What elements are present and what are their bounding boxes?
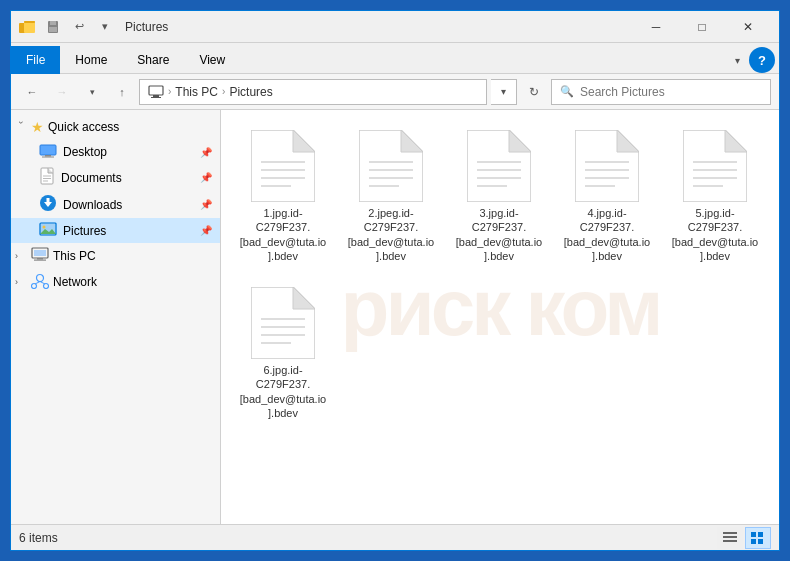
svg-rect-4 [50,21,56,25]
downloads-pin-icon: 📌 [200,199,212,210]
address-chevron-2: › [222,86,225,97]
svg-marker-45 [509,130,531,152]
documents-icon [39,167,55,188]
file-item[interactable]: 6.jpg.id-C279F237.[bad_dev@tuta.io].bdev [233,279,333,428]
sidebar-section-network[interactable]: › Network [11,269,220,295]
svg-rect-73 [751,539,756,544]
svg-rect-26 [34,260,46,261]
svg-point-27 [37,274,44,281]
close-btn[interactable]: ✕ [725,11,771,43]
window-controls: ─ □ ✕ [633,11,771,43]
svg-marker-51 [617,130,639,152]
file-name: 2.jpeg.id-C279F237.[bad_dev@tuta.io].bde… [347,206,435,263]
sidebar-item-downloads[interactable]: Downloads 📌 [11,191,220,218]
maximize-btn[interactable]: □ [679,11,725,43]
refresh-btn[interactable]: ↻ [521,79,547,105]
back-btn[interactable]: ← [19,79,45,105]
file-item[interactable]: 5.jpg.id-C279F237.[bad_dev@tuta.io].bdev [665,122,765,271]
svg-rect-19 [47,198,50,203]
up-btn[interactable]: ↑ [109,79,135,105]
file-icon [575,130,639,202]
search-icon: 🔍 [560,85,574,98]
svg-rect-70 [723,540,737,542]
sidebar-item-pictures[interactable]: Pictures 📌 [11,218,220,243]
svg-rect-68 [723,532,737,534]
help-btn[interactable]: ? [749,47,775,73]
forward-btn[interactable]: → [49,79,75,105]
file-item[interactable]: 2.jpeg.id-C279F237.[bad_dev@tuta.io].bde… [341,122,441,271]
title-bar: ↩ ▾ Pictures ─ □ ✕ [11,11,779,43]
main-area: › ★ Quick access Desktop 📌 Documents 📌 [11,110,779,524]
downloads-label: Downloads [63,198,122,212]
sidebar: › ★ Quick access Desktop 📌 Documents 📌 [11,110,221,524]
file-icon [467,130,531,202]
desktop-label: Desktop [63,145,107,159]
svg-rect-2 [24,21,35,23]
ribbon-toggle-btn[interactable]: ▾ [725,48,749,72]
svg-marker-63 [293,287,315,309]
svg-line-30 [35,281,40,284]
address-chevron-1: › [168,86,171,97]
tab-share[interactable]: Share [122,46,184,74]
svg-marker-33 [293,130,315,152]
desktop-icon [39,144,57,161]
search-box[interactable]: 🔍 [551,79,771,105]
svg-rect-69 [723,536,737,538]
large-icons-view-btn[interactable] [745,527,771,549]
file-icon [251,130,315,202]
svg-marker-62 [251,287,315,359]
file-name: 6.jpg.id-C279F237.[bad_dev@tuta.io].bdev [239,363,327,420]
file-icon [251,287,315,359]
svg-rect-24 [34,250,46,256]
address-pc-icon [148,85,164,99]
file-item[interactable]: 4.jpg.id-C279F237.[bad_dev@tuta.io].bdev [557,122,657,271]
quick-access-toolbar: ↩ ▾ [19,15,117,39]
file-name: 5.jpg.id-C279F237.[bad_dev@tuta.io].bdev [671,206,759,263]
svg-rect-72 [758,532,763,537]
svg-marker-56 [683,130,747,202]
file-item[interactable]: 1.jpg.id-C279F237.[bad_dev@tuta.io].bdev [233,122,333,271]
details-view-btn[interactable] [717,527,743,549]
qat-folder-icon [19,20,35,34]
content-pane: риск ком 1.jpg.id-C279F237.[bad_dev@tuta… [221,110,779,524]
tab-file[interactable]: File [11,46,60,74]
files-container: 1.jpg.id-C279F237.[bad_dev@tuta.io].bdev… [233,122,767,428]
svg-marker-57 [725,130,747,152]
svg-rect-8 [151,97,161,98]
path-this-pc[interactable]: This PC [175,85,218,99]
address-path-dropdown[interactable]: ▾ [491,79,517,105]
minimize-btn[interactable]: ─ [633,11,679,43]
search-input[interactable] [580,85,762,99]
path-pictures[interactable]: Pictures [229,85,272,99]
file-name: 3.jpg.id-C279F237.[bad_dev@tuta.io].bdev [455,206,543,263]
address-path[interactable]: › This PC › Pictures [139,79,487,105]
this-pc-icon [31,247,49,265]
svg-marker-38 [359,130,423,202]
sidebar-item-documents[interactable]: Documents 📌 [11,164,220,191]
this-pc-chevron: › [15,251,27,261]
tab-view[interactable]: View [184,46,240,74]
tab-home[interactable]: Home [60,46,122,74]
svg-rect-7 [153,95,159,97]
qat-dropdown-btn[interactable]: ▾ [93,15,117,39]
sidebar-section-this-pc[interactable]: › This PC [11,243,220,269]
svg-rect-11 [45,155,51,157]
svg-point-29 [44,283,49,288]
network-icon [31,273,49,292]
this-pc-label: This PC [53,249,96,263]
sidebar-item-desktop[interactable]: Desktop 📌 [11,140,220,164]
window-title: Pictures [125,20,633,34]
explorer-window: ↩ ▾ Pictures ─ □ ✕ File Home Share View … [10,10,780,551]
sidebar-section-quick-access[interactable]: › ★ Quick access [11,114,220,140]
svg-rect-25 [37,258,43,260]
ribbon-tabs: File Home Share View ▾ ? [11,43,779,73]
qat-save-btn[interactable] [41,15,65,39]
svg-point-28 [32,283,37,288]
file-item[interactable]: 3.jpg.id-C279F237.[bad_dev@tuta.io].bdev [449,122,549,271]
qat-undo-btn[interactable]: ↩ [67,15,91,39]
svg-rect-6 [149,86,163,95]
status-item-count: 6 items [19,531,717,545]
pictures-icon [39,221,57,240]
downloads-icon [39,194,57,215]
dropdown-history-btn[interactable]: ▾ [79,79,105,105]
